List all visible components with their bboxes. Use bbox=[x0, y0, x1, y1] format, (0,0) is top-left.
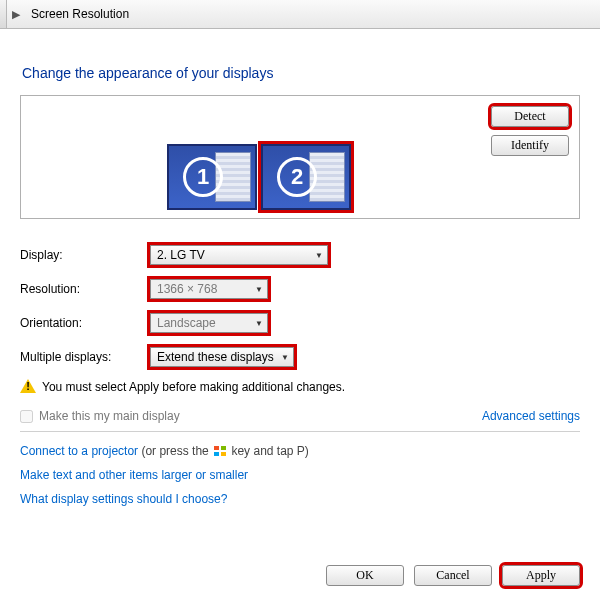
cancel-button[interactable]: Cancel bbox=[414, 565, 492, 586]
orientation-dropdown[interactable]: Landscape ▼ bbox=[150, 313, 268, 333]
page-title: Change the appearance of your displays bbox=[22, 65, 580, 81]
breadcrumb-bar: ▶ Screen Resolution bbox=[0, 0, 600, 29]
orientation-value: Landscape bbox=[157, 316, 216, 330]
detect-button[interactable]: Detect bbox=[491, 106, 569, 127]
chevron-down-icon: ▼ bbox=[281, 353, 289, 362]
display-label: Display: bbox=[20, 248, 150, 262]
multiple-displays-label: Multiple displays: bbox=[20, 350, 150, 364]
separator bbox=[20, 431, 580, 432]
apply-button[interactable]: Apply bbox=[502, 565, 580, 586]
main-display-checkbox-label: Make this my main display bbox=[39, 409, 180, 423]
breadcrumb-back-fragment bbox=[0, 0, 7, 28]
display-preview: 1 2 Detect Identify bbox=[20, 95, 580, 219]
identify-button[interactable]: Identify bbox=[491, 135, 569, 156]
main-display-checkbox bbox=[20, 410, 33, 423]
display-dropdown[interactable]: 2. LG TV ▼ bbox=[150, 245, 328, 265]
dialog-buttons: OK Cancel Apply bbox=[326, 565, 580, 586]
breadcrumb-location[interactable]: Screen Resolution bbox=[25, 7, 135, 21]
multiple-displays-value: Extend these displays bbox=[157, 350, 274, 364]
apply-warning: You must select Apply before making addi… bbox=[20, 379, 580, 395]
connect-projector-link[interactable]: Connect to a projector (or press the key… bbox=[20, 444, 580, 458]
monitor-1-number: 1 bbox=[183, 157, 223, 197]
windows-key-icon bbox=[214, 446, 226, 456]
ok-button[interactable]: OK bbox=[326, 565, 404, 586]
advanced-settings-link[interactable]: Advanced settings bbox=[482, 409, 580, 423]
resolution-dropdown[interactable]: 1366 × 768 ▼ bbox=[150, 279, 268, 299]
which-settings-link[interactable]: What display settings should I choose? bbox=[20, 492, 580, 506]
monitor-1[interactable]: 1 bbox=[167, 144, 257, 210]
display-value: 2. LG TV bbox=[157, 248, 205, 262]
resolution-value: 1366 × 768 bbox=[157, 282, 217, 296]
orientation-label: Orientation: bbox=[20, 316, 150, 330]
text-size-link[interactable]: Make text and other items larger or smal… bbox=[20, 468, 580, 482]
chevron-down-icon: ▼ bbox=[315, 251, 323, 260]
chevron-down-icon: ▼ bbox=[255, 285, 263, 294]
warning-icon bbox=[20, 379, 36, 395]
monitor-2[interactable]: 2 bbox=[261, 144, 351, 210]
multiple-displays-dropdown[interactable]: Extend these displays ▼ bbox=[150, 347, 294, 367]
chevron-down-icon: ▼ bbox=[255, 319, 263, 328]
warning-text: You must select Apply before making addi… bbox=[42, 380, 345, 394]
resolution-label: Resolution: bbox=[20, 282, 150, 296]
chevron-right-icon: ▶ bbox=[7, 8, 25, 21]
monitor-2-number: 2 bbox=[277, 157, 317, 197]
